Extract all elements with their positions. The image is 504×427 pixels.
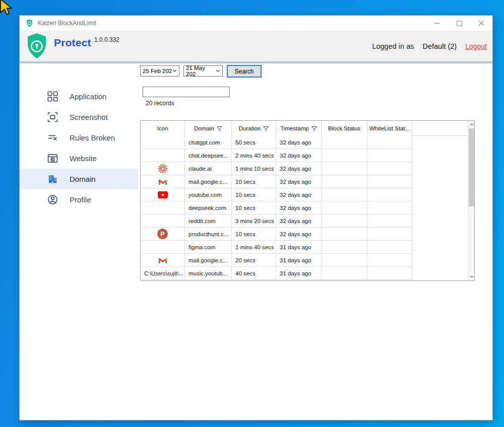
scrollbar-thumb[interactable] xyxy=(469,128,474,206)
grid-icon xyxy=(47,91,58,102)
table-row[interactable]: Pproducthunt.c...10 secs32 days ago xyxy=(141,228,412,241)
cell-domain: claude.ai xyxy=(185,162,232,175)
column-header-duration[interactable]: Duration xyxy=(232,121,276,136)
cell-icon: C:\Users\sujit\... xyxy=(141,267,185,279)
cell-whitelist-status xyxy=(367,267,412,279)
app-version: 1.0.0.332 xyxy=(94,36,119,43)
records-count: 20 records xyxy=(146,100,174,107)
cell-duration: 40 secs xyxy=(232,267,276,279)
cell-block-status xyxy=(322,149,367,162)
app-shield-icon xyxy=(26,19,33,27)
protect-shield-logo-icon xyxy=(26,32,48,61)
app-header: Protect 1.0.0.332 Logged in as Default (… xyxy=(20,31,492,61)
sidebar-item-website[interactable]: Website xyxy=(20,148,138,169)
cell-duration: 3 mins 20 secs xyxy=(232,215,276,227)
table-row[interactable]: chat.deepsee...2 mins 40 secs32 days ago xyxy=(141,149,412,162)
minimize-button[interactable] xyxy=(426,16,448,31)
cell-whitelist-status xyxy=(367,254,412,266)
cell-timestamp: 31 days ago xyxy=(276,254,322,266)
producthunt-icon: P xyxy=(157,229,168,239)
table-row[interactable]: mail.google.c...10 secs32 days ago xyxy=(141,175,412,188)
column-header-label: Icon xyxy=(157,125,168,131)
scroll-down-icon[interactable] xyxy=(468,273,475,280)
app-window: Kaizen BlockAndLimit Protect 1.0.0.332 xyxy=(19,15,493,420)
close-button[interactable] xyxy=(470,16,492,31)
to-date-value: 21 May 202 xyxy=(186,65,216,77)
cell-domain: figma.com xyxy=(185,241,232,253)
table-row[interactable]: C:\Users\sujit\...music.youtub...40 secs… xyxy=(141,267,412,280)
cell-domain: youtube.com xyxy=(185,188,232,201)
logged-in-label: Logged in as xyxy=(372,42,414,50)
cell-domain: deepseek.com xyxy=(185,201,232,214)
column-header-domain[interactable]: Domain xyxy=(185,121,232,136)
vertical-scrollbar[interactable] xyxy=(468,121,474,280)
cell-icon xyxy=(141,254,185,266)
cell-whitelist-status xyxy=(367,136,412,149)
icon-path-text: C:\Users\sujit\... xyxy=(144,270,183,276)
cell-timestamp: 32 days ago xyxy=(276,201,322,214)
cell-block-status xyxy=(322,188,367,201)
table-row[interactable]: figma.com1 mins 40 secs31 days ago xyxy=(141,241,412,254)
table-row[interactable]: mail.google.c...20 secs31 days ago xyxy=(141,254,412,267)
table-row[interactable]: chatgpt.com50 secs32 days ago xyxy=(141,136,412,149)
website-blocked-icon xyxy=(47,153,58,164)
search-button[interactable]: Search xyxy=(227,65,262,78)
sidebar-item-profile[interactable]: Profile xyxy=(20,189,138,210)
header-separator xyxy=(20,61,492,63)
sidebar-label-application: Application xyxy=(70,92,106,101)
cell-domain: producthunt.c... xyxy=(185,228,232,240)
search-input[interactable] xyxy=(143,87,230,97)
cell-domain: reddit.com xyxy=(185,215,232,227)
column-header-icon[interactable]: Icon xyxy=(141,121,185,136)
filter-funnel-icon[interactable] xyxy=(311,126,317,131)
cell-block-status xyxy=(322,175,367,188)
column-header-label: Timestamp xyxy=(280,125,308,131)
sidebar-item-domain[interactable]: Domain xyxy=(20,169,138,189)
cell-whitelist-status xyxy=(367,175,412,188)
logout-link[interactable]: Logout xyxy=(465,42,487,50)
cell-icon xyxy=(141,175,185,188)
sidebar-item-screenshot[interactable]: Screenshot xyxy=(20,107,138,127)
title-bar[interactable]: Kaizen BlockAndLimit xyxy=(20,16,492,31)
cell-duration: 20 secs xyxy=(232,254,276,266)
app-name: Protect xyxy=(54,37,91,49)
column-header-block-status[interactable]: Block Status xyxy=(322,121,367,136)
column-header-whitelist-stat[interactable]: WhiteList Stat... xyxy=(367,121,412,136)
table-row[interactable]: reddit.com3 mins 20 secs32 days ago xyxy=(141,215,412,228)
cell-icon xyxy=(141,241,185,253)
scroll-up-icon[interactable] xyxy=(468,121,475,128)
cell-domain: mail.google.c... xyxy=(185,175,232,188)
maximize-button[interactable] xyxy=(448,16,470,31)
cell-whitelist-status xyxy=(367,162,412,175)
cell-block-status xyxy=(322,162,367,175)
cell-timestamp: 31 days ago xyxy=(276,267,322,279)
gmail-icon xyxy=(158,178,167,185)
cell-icon xyxy=(141,188,185,201)
sidebar-item-rules-broken[interactable]: Rules Broken xyxy=(20,127,138,148)
filter-funnel-icon[interactable] xyxy=(217,126,222,131)
cell-icon xyxy=(141,201,185,214)
claude-icon xyxy=(157,163,168,174)
cell-domain: mail.google.c... xyxy=(185,254,232,266)
table-row[interactable]: youtube.com10 secs32 days ago xyxy=(141,188,412,201)
sidebar-item-application[interactable]: Application xyxy=(20,86,138,107)
from-date-select[interactable]: 25 Feb 202 xyxy=(140,65,179,77)
cell-whitelist-status xyxy=(367,215,412,227)
cell-duration: 2 mins 40 secs xyxy=(232,149,276,162)
table-row[interactable]: claude.ai1 mins 10 secs32 days ago xyxy=(141,162,412,175)
cell-domain: music.youtub... xyxy=(185,267,232,279)
mouse-cursor-icon xyxy=(0,0,16,16)
column-header-label: WhiteList Stat... xyxy=(369,125,410,131)
cell-whitelist-status xyxy=(367,241,412,253)
chevron-down-icon xyxy=(172,69,177,73)
cell-icon: P xyxy=(141,228,185,240)
sidebar-label-profile: Profile xyxy=(70,195,91,204)
table-row[interactable]: deepseek.com10 secs32 days ago xyxy=(141,201,412,215)
cell-duration: 1 mins 10 secs xyxy=(232,162,276,175)
cell-whitelist-status xyxy=(367,188,412,201)
filter-funnel-icon[interactable] xyxy=(263,126,269,131)
column-header-timestamp[interactable]: Timestamp xyxy=(276,121,322,136)
to-date-select[interactable]: 21 May 202 xyxy=(183,65,223,77)
gmail-icon xyxy=(158,257,167,264)
cell-block-status xyxy=(322,215,367,227)
